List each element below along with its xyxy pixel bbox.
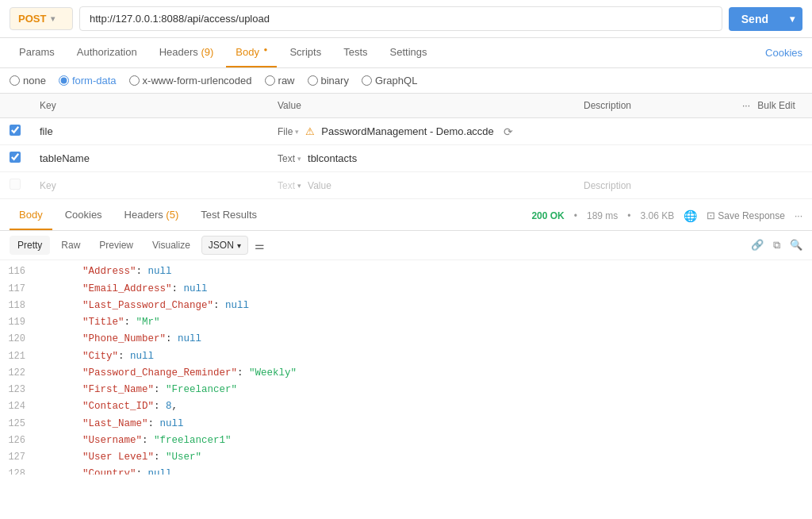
row2-type-label: Text bbox=[278, 153, 295, 164]
status-dot1: • bbox=[574, 210, 577, 221]
row1-type-label: File bbox=[278, 126, 293, 137]
send-button[interactable]: Send ▾ bbox=[729, 7, 802, 31]
link-icon[interactable]: 🔗 bbox=[751, 239, 764, 252]
code-line: 116 "Address": null bbox=[0, 263, 812, 280]
tab-scripts[interactable]: Scripts bbox=[280, 38, 331, 67]
body-dot: ● bbox=[264, 46, 268, 53]
tab-headers[interactable]: Headers (9) bbox=[150, 38, 224, 67]
search-icon[interactable]: 🔍 bbox=[790, 239, 802, 252]
placeholder-type-select[interactable]: Text ▾ bbox=[278, 180, 301, 191]
line-number: 128 bbox=[0, 466, 35, 475]
tab-body[interactable]: Body ● bbox=[226, 38, 277, 67]
response-headers-badge: (5) bbox=[166, 209, 178, 221]
placeholder-checkbox bbox=[10, 179, 21, 190]
code-line: 117 "Email_Address": null bbox=[0, 281, 812, 298]
line-content: "Last_Password_Change": null bbox=[35, 298, 812, 314]
line-content: "Address": null bbox=[35, 263, 812, 280]
row1-type-chevron-icon: ▾ bbox=[295, 128, 299, 136]
line-content: "Email_Address": null bbox=[35, 281, 812, 298]
code-line: 127 "User Level": "User" bbox=[0, 449, 812, 466]
url-input[interactable] bbox=[79, 6, 722, 31]
radio-graphql[interactable]: GraphQL bbox=[362, 75, 417, 86]
more-options-icon[interactable]: ··· bbox=[795, 210, 802, 221]
line-number: 116 bbox=[0, 263, 35, 279]
format-tab-pretty[interactable]: Pretty bbox=[10, 236, 50, 255]
row1-upload-icon[interactable]: ⟳ bbox=[504, 125, 513, 138]
send-arrow-icon[interactable]: ▾ bbox=[782, 13, 802, 25]
row2-extra bbox=[733, 145, 812, 172]
copy-icon[interactable]: ⧉ bbox=[773, 239, 780, 252]
json-format-select[interactable]: JSON ▾ bbox=[201, 236, 248, 255]
response-tab-headers[interactable]: Headers (5) bbox=[115, 201, 189, 230]
row1-desc bbox=[574, 118, 733, 145]
radio-urlencoded[interactable]: x-www-form-urlencoded bbox=[129, 75, 252, 86]
row1-value: PasswordManagement - Demo.accde bbox=[321, 125, 494, 137]
line-content: "Username": "freelancer1" bbox=[35, 432, 812, 449]
response-body-label: Body bbox=[19, 209, 43, 221]
params-table: Key Value Description ··· Bulk Edit file… bbox=[0, 94, 812, 199]
table-row: tableName Text ▾ tblcontacts bbox=[0, 145, 812, 172]
save-response-button[interactable]: ⊡ Save Response bbox=[707, 210, 785, 221]
line-number: 123 bbox=[0, 382, 35, 398]
row2-value-cell: Text ▾ tblcontacts bbox=[268, 145, 574, 172]
radio-raw[interactable]: raw bbox=[265, 75, 295, 86]
row2-key-cell: tableName bbox=[30, 145, 268, 172]
globe-icon[interactable]: 🌐 bbox=[684, 210, 697, 222]
tab-params[interactable]: Params bbox=[10, 38, 64, 67]
line-number: 122 bbox=[0, 365, 35, 381]
line-content: "Title": "Mr" bbox=[35, 314, 812, 331]
radio-binary[interactable]: binary bbox=[308, 75, 349, 86]
method-dropdown[interactable]: POST ▾ bbox=[10, 7, 73, 30]
code-line: 118 "Last_Password_Change": null bbox=[0, 298, 812, 314]
tab-authorization[interactable]: Authorization bbox=[67, 38, 147, 67]
json-format-chevron-icon: ▾ bbox=[237, 241, 241, 250]
radio-form-data[interactable]: form-data bbox=[59, 75, 117, 86]
row2-key: tableName bbox=[40, 152, 90, 164]
response-tab-test-results[interactable]: Test Results bbox=[191, 201, 266, 230]
tab-settings[interactable]: Settings bbox=[381, 38, 437, 67]
radio-raw-label: raw bbox=[278, 75, 295, 86]
headers-badge: (9) bbox=[201, 46, 213, 58]
radio-none[interactable]: none bbox=[10, 75, 46, 86]
line-number: 117 bbox=[0, 281, 35, 297]
placeholder-value-cell[interactable]: Text ▾ Value bbox=[268, 172, 574, 199]
response-test-results-label: Test Results bbox=[201, 209, 257, 221]
top-bar: POST ▾ Send ▾ bbox=[0, 0, 812, 38]
row2-checkbox[interactable] bbox=[10, 152, 21, 163]
code-viewer[interactable]: 116 "Address": null117 "Email_Address": … bbox=[0, 260, 812, 475]
line-number: 126 bbox=[0, 432, 35, 448]
filter-icon[interactable]: ⚌ bbox=[255, 239, 265, 252]
save-response-label: Save Response bbox=[718, 210, 785, 221]
placeholder-key-cell[interactable]: Key bbox=[30, 172, 268, 199]
format-tab-preview[interactable]: Preview bbox=[91, 236, 141, 255]
response-tab-body[interactable]: Body bbox=[10, 201, 52, 230]
tab-tests[interactable]: Tests bbox=[334, 38, 377, 67]
bulk-edit-label[interactable]: Bulk Edit bbox=[757, 100, 795, 111]
col-bulk-edit: ··· Bulk Edit bbox=[733, 94, 812, 118]
row1-key-cell: file bbox=[30, 118, 268, 145]
response-tab-cookies[interactable]: Cookies bbox=[56, 201, 112, 230]
status-info: 200 OK • 189 ms • 3.06 KB 🌐 ⊡ Save Respo… bbox=[531, 210, 802, 222]
row2-checkbox-cell bbox=[0, 145, 30, 172]
format-tab-raw[interactable]: Raw bbox=[53, 236, 88, 255]
code-line: 120 "Phone_Number": null bbox=[0, 331, 812, 348]
line-number: 125 bbox=[0, 416, 35, 432]
status-ok: 200 OK bbox=[531, 210, 564, 221]
placeholder-desc[interactable]: Description bbox=[574, 172, 733, 199]
response-cookies-label: Cookies bbox=[65, 209, 102, 221]
row1-checkbox[interactable] bbox=[10, 125, 21, 136]
code-line: 123 "First_Name": "Freelancer" bbox=[0, 382, 812, 398]
row2-desc bbox=[574, 145, 733, 172]
row2-type-select[interactable]: Text ▾ bbox=[278, 153, 301, 164]
line-number: 118 bbox=[0, 298, 35, 313]
row1-warning-icon: ⚠ bbox=[305, 125, 315, 137]
method-label: POST bbox=[18, 13, 46, 25]
line-content: "Password_Change_Reminder": "Weekly" bbox=[35, 365, 812, 382]
body-tab-label: Body bbox=[236, 46, 259, 58]
row1-type-select[interactable]: File ▾ bbox=[278, 126, 299, 137]
format-tab-visualize[interactable]: Visualize bbox=[144, 236, 198, 255]
line-number: 120 bbox=[0, 331, 35, 347]
table-row: file File ▾ ⚠ PasswordManagement - Demo.… bbox=[0, 118, 812, 145]
cookies-link[interactable]: Cookies bbox=[765, 39, 802, 67]
body-options: none form-data x-www-form-urlencoded raw… bbox=[0, 68, 812, 94]
